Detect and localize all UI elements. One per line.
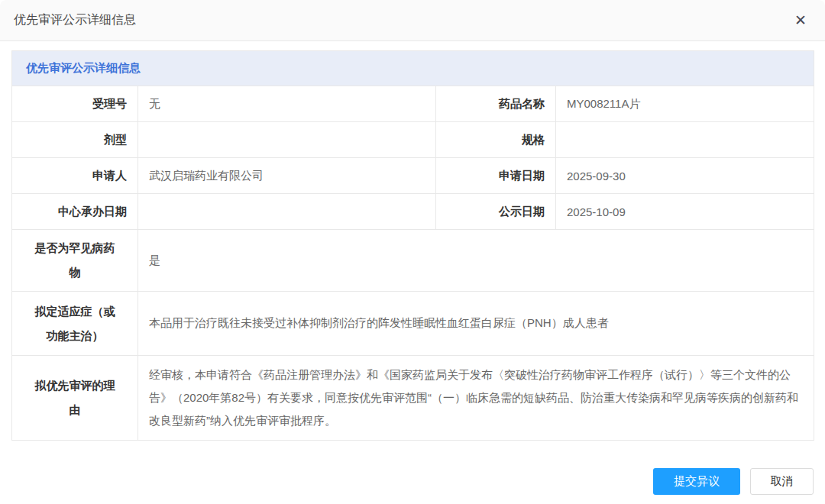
table-row: 拟优先审评的理 由 经审核，本申请符合《药品注册管理办法》和《国家药监局关于发布… [12, 356, 814, 441]
section-title: 优先审评公示详细信息 [12, 51, 814, 86]
label-center-undertake-date: 中心承办日期 [12, 194, 138, 230]
table-row: 是否为罕见病药 物 是 [12, 230, 814, 292]
table-row: 申请人 武汉启瑞药业有限公司 申请日期 2025-09-30 [12, 158, 814, 194]
value-acceptance-number: 无 [138, 86, 436, 122]
value-rare-disease-drug: 是 [138, 230, 814, 292]
submit-objection-button[interactable]: 提交异议 [653, 468, 740, 495]
value-dosage-form [138, 122, 436, 158]
table-row: 受理号 无 药品名称 MY008211A片 [12, 86, 814, 122]
details-table: 优先审评公示详细信息 受理号 无 药品名称 MY008211A片 剂型 规格 申… [11, 50, 814, 441]
value-application-date: 2025-09-30 [556, 158, 814, 194]
label-application-date: 申请日期 [436, 158, 556, 194]
label-specification: 规格 [436, 122, 556, 158]
table-row: 剂型 规格 [12, 122, 814, 158]
value-applicant: 武汉启瑞药业有限公司 [138, 158, 436, 194]
table-row: 拟定适应症（或 功能主治） 本品用于治疗既往未接受过补体抑制剂治疗的阵发性睡眠性… [12, 292, 814, 356]
label-priority-review-reason: 拟优先审评的理 由 [12, 356, 138, 441]
value-drug-name: MY008211A片 [556, 86, 814, 122]
table-section-header: 优先审评公示详细信息 [12, 51, 814, 86]
label-rare-disease-drug: 是否为罕见病药 物 [12, 230, 138, 292]
dialog-title: 优先审评公示详细信息 [14, 12, 136, 28]
dialog-footer: 提交异议 取消 [11, 468, 814, 495]
value-center-undertake-date [138, 194, 436, 230]
label-applicant: 申请人 [12, 158, 138, 194]
label-dosage-form: 剂型 [12, 122, 138, 158]
dialog-header: 优先审评公示详细信息 ✕ [0, 0, 825, 41]
label-drug-name: 药品名称 [436, 86, 556, 122]
value-proposed-indication: 本品用于治疗既往未接受过补体抑制剂治疗的阵发性睡眠性血红蛋白尿症（PNH）成人患… [138, 292, 814, 356]
value-publicity-date: 2025-10-09 [556, 194, 814, 230]
value-specification [556, 122, 814, 158]
label-proposed-indication: 拟定适应症（或 功能主治） [12, 292, 138, 356]
table-row: 中心承办日期 公示日期 2025-10-09 [12, 194, 814, 230]
close-icon[interactable]: ✕ [791, 10, 810, 31]
label-acceptance-number: 受理号 [12, 86, 138, 122]
label-publicity-date: 公示日期 [436, 194, 556, 230]
cancel-button[interactable]: 取消 [750, 468, 814, 495]
value-priority-review-reason: 经审核，本申请符合《药品注册管理办法》和《国家药监局关于发布〈突破性治疗药物审评… [138, 356, 814, 441]
